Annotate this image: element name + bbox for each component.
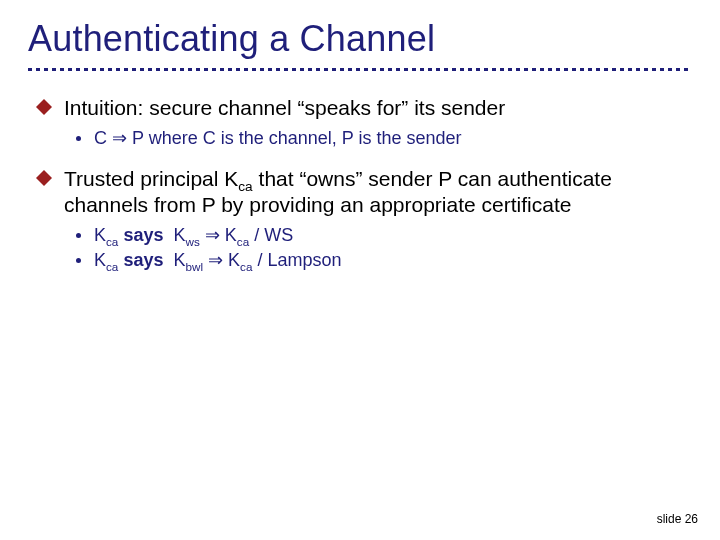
- subscript: ca: [237, 235, 249, 248]
- implies-icon: ⇒: [112, 128, 127, 148]
- k-ca2: K: [225, 225, 237, 245]
- says-keyword: says: [118, 225, 168, 245]
- subscript: ca: [106, 235, 118, 248]
- sub-bullet-speaks-for: C ⇒ P where C is the channel, P is the s…: [76, 127, 684, 150]
- subscript: ca: [240, 259, 252, 272]
- bullet-text-part1: Trusted principal K: [64, 167, 238, 190]
- footer-label: slide: [657, 512, 685, 526]
- sub-list: Kca says Kws ⇒ Kca / WS Kca says Kbwl ⇒ …: [64, 218, 684, 283]
- says-keyword: says: [118, 250, 168, 270]
- svg-marker-1: [36, 170, 52, 186]
- k-ca: K: [94, 250, 106, 270]
- sub-list: C ⇒ P where C is the channel, P is the s…: [64, 121, 684, 162]
- implies-icon: ⇒: [200, 225, 225, 245]
- subscript-ca: ca: [238, 179, 252, 194]
- subscript: ca: [106, 259, 118, 272]
- bullet-list: Intuition: secure channel “speaks for” i…: [36, 95, 684, 283]
- svg-marker-0: [36, 99, 52, 115]
- dot-bullet-icon: [76, 233, 81, 238]
- diamond-bullet-icon: [36, 99, 52, 115]
- diamond-bullet-icon: [36, 170, 52, 186]
- bullet-trusted-principal: Trusted principal Kca that “owns” sender…: [36, 166, 684, 284]
- slide-body: Intuition: secure channel “speaks for” i…: [0, 71, 720, 283]
- subscript: bwl: [185, 259, 203, 272]
- footer-number: 26: [685, 512, 698, 526]
- slide: Authenticating a Channel Intuition: secu…: [0, 0, 720, 540]
- bullet-text: Intuition: secure channel “speaks for” i…: [64, 96, 505, 119]
- slide-number: slide 26: [657, 512, 698, 526]
- tail: / Lampson: [252, 250, 341, 270]
- bullet-intuition: Intuition: secure channel “speaks for” i…: [36, 95, 684, 162]
- sub-text-suffix: P where C is the channel, P is the sende…: [127, 128, 462, 148]
- k-ca2: K: [228, 250, 240, 270]
- k-ws: K: [173, 225, 185, 245]
- dot-bullet-icon: [76, 258, 81, 263]
- sub-text-prefix: C: [94, 128, 112, 148]
- k-ca: K: [94, 225, 106, 245]
- k-bwl: K: [173, 250, 185, 270]
- tail: / WS: [249, 225, 293, 245]
- dot-bullet-icon: [76, 136, 81, 141]
- subscript: ws: [185, 235, 199, 248]
- slide-title: Authenticating a Channel: [0, 0, 720, 64]
- implies-icon: ⇒: [203, 250, 228, 270]
- sub-bullet-cert-ws: Kca says Kws ⇒ Kca / WS: [76, 224, 684, 247]
- sub-bullet-cert-lampson: Kca says Kbwl ⇒ Kca / Lampson: [76, 249, 684, 272]
